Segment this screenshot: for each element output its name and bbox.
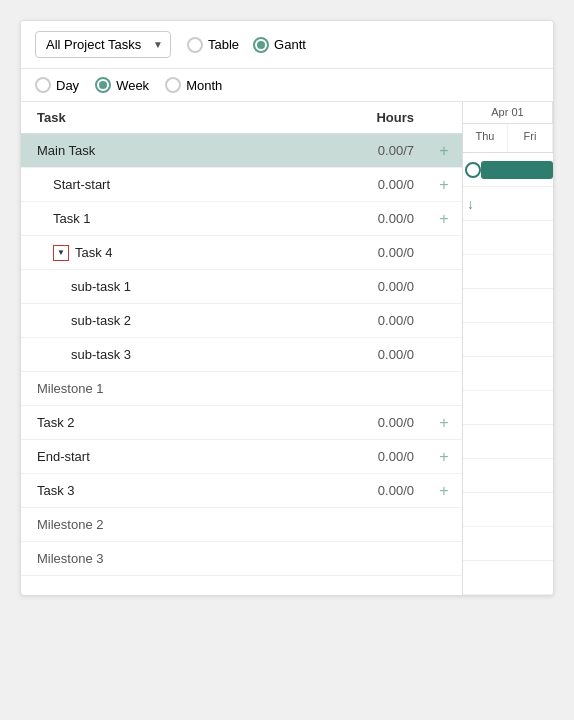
timeframe-day-option[interactable]: Day (35, 77, 79, 93)
gantt-row (463, 561, 553, 595)
task-hours: 0.00/0 (346, 177, 426, 192)
timeframe-week-label: Week (116, 78, 149, 93)
gantt-row (463, 425, 553, 459)
task-hours: 0.00/0 (346, 245, 426, 260)
table-header: Task Hours (21, 102, 462, 134)
gantt-row (463, 323, 553, 357)
view-table-radio[interactable] (187, 37, 203, 53)
timeframe-bar: Day Week Month (21, 69, 553, 102)
gantt-start-circle (465, 162, 481, 178)
col-task-header: Task (21, 110, 346, 125)
task-name-text: Task 3 (37, 483, 75, 498)
gantt-row: ↓ (463, 187, 553, 221)
gantt-header: Apr 01 Thu Fri (463, 102, 553, 153)
task-name-text: Task 2 (37, 415, 75, 430)
task-name: End-start (21, 443, 346, 470)
gantt-row (463, 527, 553, 561)
task-row: Main Task0.00/7+ (21, 134, 462, 168)
task-add-button[interactable]: + (426, 448, 462, 466)
view-gantt-radio[interactable] (253, 37, 269, 53)
task-table: Task Hours Main Task0.00/7+Start-start0.… (21, 102, 463, 595)
task-name-text: sub-task 3 (71, 347, 131, 362)
task-name-text: Milestone 1 (37, 381, 103, 396)
task-row: sub-task 30.00/0 (21, 338, 462, 372)
col-hours-header: Hours (346, 110, 426, 125)
gantt-body: ↓ (463, 153, 553, 595)
task-row: Milestone 2 (21, 508, 462, 542)
task-name-text: Start-start (53, 177, 110, 192)
gantt-row (463, 357, 553, 391)
task-name-text: Milestone 3 (37, 551, 103, 566)
gantt-row (463, 289, 553, 323)
task-hours: 0.00/0 (346, 449, 426, 464)
project-select[interactable]: All Project Tasks (35, 31, 171, 58)
task-row: sub-task 20.00/0 (21, 304, 462, 338)
task-name: Start-start (21, 171, 346, 198)
view-options: Table Gantt (187, 37, 306, 53)
task-hours: 0.00/0 (346, 415, 426, 430)
view-table-label: Table (208, 37, 239, 52)
expand-button[interactable]: ▼ (53, 245, 69, 261)
app-container: All Project Tasks ▼ Table Gantt Day Week (20, 20, 554, 596)
task-hours: 0.00/0 (346, 483, 426, 498)
task-add-button[interactable]: + (426, 176, 462, 194)
view-table-option[interactable]: Table (187, 37, 239, 53)
timeframe-month-radio[interactable] (165, 77, 181, 93)
gantt-sidebar: Apr 01 Thu Fri ↓ (463, 102, 553, 595)
task-hours: 0.00/0 (346, 347, 426, 362)
task-name: ▼Task 4 (21, 239, 346, 267)
task-add-button[interactable]: + (426, 210, 462, 228)
task-name-text: Main Task (37, 143, 95, 158)
task-name: Task 1 (21, 205, 346, 232)
task-add-button[interactable]: + (426, 482, 462, 500)
task-name-text: Task 1 (53, 211, 91, 226)
gantt-row (463, 493, 553, 527)
gantt-row (463, 221, 553, 255)
task-name: Task 3 (21, 477, 346, 504)
task-add-button[interactable]: + (426, 414, 462, 432)
task-name: Milestone 1 (21, 375, 346, 402)
gantt-day-thu: Thu (463, 124, 508, 152)
main-content: Task Hours Main Task0.00/7+Start-start0.… (21, 102, 553, 595)
timeframe-week-option[interactable]: Week (95, 77, 149, 93)
gantt-day-fri: Fri (508, 124, 553, 152)
task-row: Start-start0.00/0+ (21, 168, 462, 202)
task-row: Task 20.00/0+ (21, 406, 462, 440)
view-gantt-option[interactable]: Gantt (253, 37, 306, 53)
task-name-text: End-start (37, 449, 90, 464)
task-row: Milestone 3 (21, 542, 462, 576)
timeframe-month-label: Month (186, 78, 222, 93)
gantt-arrow-icon: ↓ (467, 196, 474, 212)
task-hours: 0.00/0 (346, 313, 426, 328)
task-name: Milestone 2 (21, 511, 346, 538)
col-add-header (426, 110, 462, 125)
gantt-month-row: Apr 01 (463, 102, 553, 124)
task-name: sub-task 2 (21, 307, 346, 334)
gantt-row (463, 153, 553, 187)
gantt-days-row: Thu Fri (463, 124, 553, 152)
task-name-text: sub-task 1 (71, 279, 131, 294)
task-row: sub-task 10.00/0 (21, 270, 462, 304)
task-add-button[interactable]: + (426, 142, 462, 160)
expand-arrow-icon: ▼ (57, 248, 65, 257)
task-name: Milestone 3 (21, 545, 346, 572)
task-name-text: sub-task 2 (71, 313, 131, 328)
project-select-wrapper[interactable]: All Project Tasks ▼ (35, 31, 171, 58)
task-name: Main Task (21, 137, 346, 164)
task-hours: 0.00/7 (346, 143, 426, 158)
timeframe-day-label: Day (56, 78, 79, 93)
timeframe-week-radio[interactable] (95, 77, 111, 93)
task-row: End-start0.00/0+ (21, 440, 462, 474)
gantt-bar (481, 161, 553, 179)
timeframe-month-option[interactable]: Month (165, 77, 222, 93)
task-row: Milestone 1 (21, 372, 462, 406)
gantt-row (463, 391, 553, 425)
timeframe-day-radio[interactable] (35, 77, 51, 93)
gantt-row (463, 255, 553, 289)
view-gantt-label: Gantt (274, 37, 306, 52)
gantt-month-label: Apr 01 (463, 102, 553, 123)
toolbar: All Project Tasks ▼ Table Gantt (21, 21, 553, 69)
task-row: Task 30.00/0+ (21, 474, 462, 508)
gantt-row (463, 459, 553, 493)
task-name: sub-task 1 (21, 273, 346, 300)
